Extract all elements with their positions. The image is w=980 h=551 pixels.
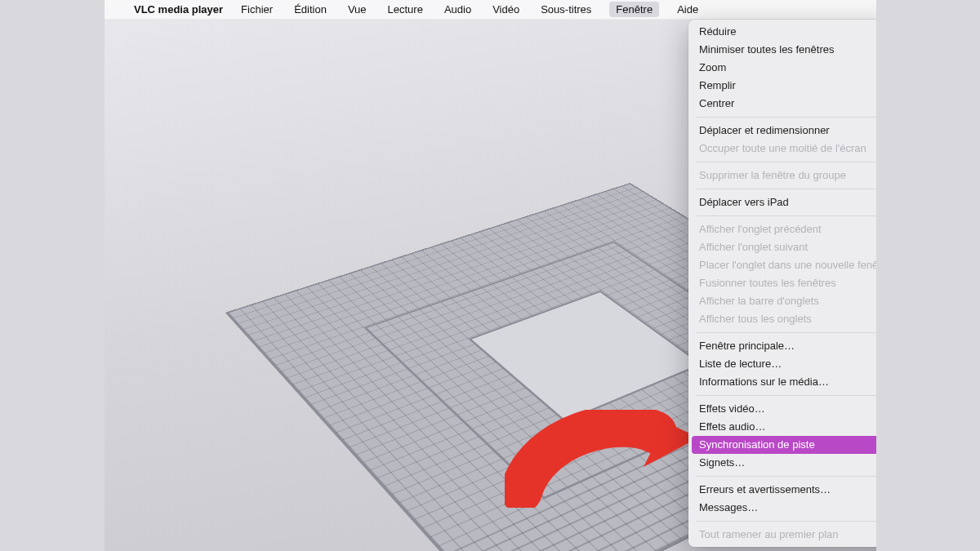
menu-item[interactable]: Minimiser toutes les fenêtres: [688, 41, 876, 59]
menu-separator: [697, 395, 876, 396]
menu-item: Afficher l'onglet suivant^ ⇥: [688, 238, 876, 256]
menu-item: Occuper toute une moitié de l'écran: [688, 140, 876, 158]
menu-item-label: Supprimer la fenêtre du groupe: [699, 168, 846, 183]
menu-separator: [697, 162, 876, 162]
menu-item: Fusionner toutes les fenêtres: [688, 274, 876, 292]
menu-item-label: Effets vidéo…: [699, 402, 765, 416]
menu-item: Tout ramener au premier plan: [688, 526, 876, 544]
fenetre-dropdown: Réduire⌘ MMinimiser toutes les fenêtresZ…: [688, 20, 876, 547]
menu-item-label: Minimiser toutes les fenêtres: [699, 42, 834, 57]
menu-item-label: Occuper toute une moitié de l'écran: [699, 141, 866, 156]
menu-vue[interactable]: Vue: [345, 2, 370, 17]
menu-video[interactable]: Vidéo: [489, 2, 523, 17]
menu-item-label: Liste de lecture…: [699, 357, 782, 371]
app-name[interactable]: VLC media player: [134, 3, 223, 16]
menu-sous-titres[interactable]: Sous-titres: [537, 2, 595, 17]
menu-item[interactable]: Effets audio…⇧ ⌘ E: [688, 418, 876, 436]
menu-separator: [697, 117, 876, 118]
menu-item: Supprimer la fenêtre du groupe: [688, 167, 876, 184]
menu-item[interactable]: Zoom⇧ ⌘ Z: [688, 59, 876, 77]
menu-item[interactable]: Informations sur le média…⌘ I: [688, 373, 876, 391]
menu-fenetre[interactable]: Fenêtre: [609, 2, 659, 17]
menu-aide[interactable]: Aide: [674, 2, 702, 17]
menu-item[interactable]: Synchronisation de piste: [692, 436, 876, 454]
menu-item: Afficher tous les onglets⇧ ⌘ \: [688, 310, 876, 328]
menu-separator: [697, 216, 876, 216]
menu-item-label: Afficher l'onglet suivant: [699, 240, 808, 255]
menu-item[interactable]: Remplir^ fn F: [688, 77, 876, 95]
menu-item[interactable]: Liste de lecture…⌥⌘ P: [688, 355, 876, 373]
menu-item[interactable]: Fenêtre principale…⌥⌘ C: [688, 337, 876, 355]
menu-separator: [697, 476, 876, 477]
menu-item[interactable]: Messages…⇧ ⌘ M: [688, 499, 876, 517]
menu-item-label: Afficher la barre d'onglets: [699, 294, 819, 309]
menu-item-label: Déplacer et redimensionner: [699, 123, 830, 138]
menu-separator: [697, 521, 876, 522]
menu-item-label: Remplir: [699, 78, 736, 93]
menu-item: Afficher la barre d'onglets: [688, 292, 876, 310]
menu-item-label: Fenêtre principale…: [699, 339, 795, 353]
menu-item[interactable]: Réduire⌘ M: [688, 23, 876, 41]
menu-item-label: Tout ramener au premier plan: [699, 527, 839, 542]
menu-item[interactable]: Signets…⌘ B: [688, 454, 876, 472]
menu-item[interactable]: Centrer^ fn C: [688, 95, 876, 113]
menubar: VLC media player Fichier Édition Vue Lec…: [105, 0, 876, 20]
menu-fichier[interactable]: Fichier: [238, 2, 276, 17]
menu-item-label: Messages…: [699, 500, 758, 515]
menu-item[interactable]: Déplacer vers iPad: [688, 193, 876, 211]
menu-item-label: Réduire: [699, 24, 737, 39]
menu-item-label: Afficher l'onglet précédent: [699, 222, 822, 237]
menu-item-label: Centrer: [699, 96, 734, 111]
menu-separator: [697, 332, 876, 333]
menu-item[interactable]: Déplacer et redimensionner›: [688, 122, 876, 140]
menu-item-label: Déplacer vers iPad: [699, 195, 789, 210]
menu-edition[interactable]: Édition: [291, 2, 330, 17]
menu-item-label: Informations sur le média…: [699, 375, 829, 389]
menu-item-label: Zoom: [699, 60, 726, 75]
menu-item: Placer l'onglet dans une nouvelle fenêtr…: [688, 256, 876, 274]
menu-item[interactable]: Erreurs et avertissements…⌥⌘ M: [688, 481, 876, 499]
desktop-viewport: VLC media player Fichier Édition Vue Lec…: [105, 0, 876, 551]
menu-item: Afficher l'onglet précédent^ ⇧ ⇥: [688, 220, 876, 238]
menu-lecture[interactable]: Lecture: [385, 2, 426, 17]
menu-item-label: Effets audio…: [699, 420, 765, 434]
menu-separator: [697, 189, 876, 189]
menu-item-label: Signets…: [699, 455, 745, 470]
menu-item-label: Afficher tous les onglets: [699, 312, 812, 327]
menu-item-label: Erreurs et avertissements…: [699, 482, 831, 497]
menu-audio[interactable]: Audio: [441, 2, 474, 17]
menu-item-label: Fusionner toutes les fenêtres: [699, 276, 836, 291]
menu-item-label: Synchronisation de piste: [699, 438, 815, 452]
menu-item[interactable]: Effets vidéo…⌘ E: [688, 400, 876, 418]
menu-item-label: Placer l'onglet dans une nouvelle fenêtr…: [699, 258, 876, 273]
